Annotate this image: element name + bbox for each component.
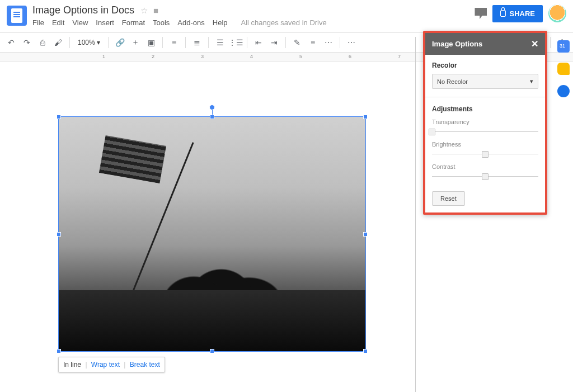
menubar: File Edit View Insert Format Tools Add-o…: [32, 18, 475, 27]
menu-insert[interactable]: Insert: [96, 18, 114, 27]
resize-handle-br[interactable]: [363, 349, 368, 353]
link-icon[interactable]: 🔗: [113, 36, 126, 49]
side-apps: [557, 40, 570, 97]
resize-handle-bl[interactable]: [57, 349, 61, 353]
indent-increase-icon[interactable]: ⇥: [267, 36, 281, 49]
border-color-icon[interactable]: ✎: [290, 36, 304, 49]
menu-edit[interactable]: Edit: [52, 18, 64, 27]
transparency-thumb[interactable]: [429, 129, 435, 135]
menu-file[interactable]: File: [32, 18, 44, 27]
image-content: [59, 117, 365, 351]
selected-image[interactable]: [58, 116, 366, 352]
share-label: SHARE: [509, 10, 535, 18]
numbered-list-icon[interactable]: ☰: [213, 36, 227, 49]
saved-status: All changes saved in Drive: [241, 18, 327, 27]
brightness-label: Brightness: [432, 141, 538, 148]
print-icon[interactable]: ⎙: [36, 36, 49, 49]
transparency-slider[interactable]: [432, 129, 538, 135]
resize-handle-mr[interactable]: [363, 232, 368, 237]
avatar[interactable]: [548, 4, 566, 22]
recolor-section-title: Recolor: [432, 62, 538, 69]
align-icon[interactable]: ≡: [167, 36, 181, 49]
comment-add-icon[interactable]: ＋: [129, 36, 142, 49]
wrap-text[interactable]: Wrap text: [91, 361, 120, 369]
resize-handle-ml[interactable]: [57, 232, 61, 237]
header-right: SHARE: [475, 4, 566, 22]
document-title[interactable]: Image Options in Docs: [32, 4, 134, 16]
transparency-label: Transparency: [432, 119, 538, 125]
menu-view[interactable]: View: [72, 18, 88, 27]
panel-title: Image Options: [432, 40, 482, 48]
keep-app-icon[interactable]: [557, 63, 570, 75]
docs-logo[interactable]: [7, 6, 27, 26]
recolor-value: No Recolor: [437, 78, 468, 85]
resize-handle-tr[interactable]: [363, 115, 368, 119]
ruler-tick: 1: [102, 54, 105, 59]
share-button[interactable]: SHARE: [492, 5, 543, 22]
more-icon[interactable]: ⋯: [345, 36, 358, 49]
tasks-app-icon[interactable]: [557, 85, 570, 97]
contrast-thumb[interactable]: [482, 173, 489, 180]
ruler-tick: 4: [250, 54, 253, 59]
ruler-tick: 7: [398, 54, 401, 59]
paint-format-icon[interactable]: 🖌: [51, 36, 65, 49]
resize-handle-bc[interactable]: [210, 349, 214, 353]
adjustments-section-title: Adjustments: [432, 105, 538, 113]
header: Image Options in Docs ☆ ■ File Edit View…: [0, 0, 573, 32]
rotate-handle[interactable]: [209, 105, 215, 110]
page-border: [415, 37, 416, 392]
title-area: Image Options in Docs ☆ ■ File Edit View…: [32, 4, 475, 27]
menu-format[interactable]: Format: [122, 18, 145, 27]
indent-decrease-icon[interactable]: ⇤: [252, 36, 265, 49]
border-dash-icon[interactable]: ⋯: [322, 36, 335, 49]
star-icon[interactable]: ☆: [140, 6, 148, 15]
image-icon[interactable]: ▣: [144, 36, 158, 49]
line-spacing-icon[interactable]: ≣: [190, 36, 204, 49]
border-weight-icon[interactable]: ≡: [306, 36, 320, 49]
comments-icon[interactable]: [475, 8, 487, 19]
close-icon[interactable]: ✕: [531, 39, 538, 49]
bulleted-list-icon[interactable]: ⋮☰: [229, 36, 242, 49]
menu-addons[interactable]: Add-ons: [177, 18, 204, 27]
folder-icon[interactable]: ■: [153, 6, 158, 15]
chevron-down-icon: ▾: [530, 78, 533, 85]
resize-handle-tc[interactable]: [210, 115, 214, 119]
resize-handle-tl[interactable]: [57, 115, 61, 119]
brightness-thumb[interactable]: [482, 151, 489, 158]
calendar-app-icon[interactable]: [557, 40, 570, 53]
lock-icon: [500, 10, 506, 17]
recolor-dropdown[interactable]: No Recolor ▾: [432, 74, 538, 89]
brightness-slider[interactable]: [432, 151, 538, 158]
contrast-label: Contrast: [432, 163, 538, 170]
reset-button[interactable]: Reset: [432, 191, 465, 206]
panel-header: Image Options ✕: [425, 33, 545, 55]
zoom-select[interactable]: 100% ▾: [74, 39, 104, 46]
menu-tools[interactable]: Tools: [153, 18, 170, 27]
wrap-toolbar: In line | Wrap text | Break text: [58, 357, 165, 372]
ruler-tick: 2: [152, 54, 154, 59]
image-options-panel: Image Options ✕ Recolor No Recolor ▾ Adj…: [423, 31, 547, 215]
wrap-break[interactable]: Break text: [130, 361, 160, 369]
redo-icon[interactable]: ↷: [20, 36, 34, 49]
ruler-tick: 3: [201, 54, 204, 59]
ruler-tick: 6: [349, 54, 351, 59]
wrap-inline[interactable]: In line: [63, 361, 81, 369]
page: In line | Wrap text | Break text: [9, 67, 412, 380]
undo-icon[interactable]: ↶: [4, 36, 18, 49]
contrast-slider[interactable]: [432, 173, 538, 180]
menu-help[interactable]: Help: [213, 18, 228, 27]
ruler-tick: 5: [299, 54, 302, 59]
